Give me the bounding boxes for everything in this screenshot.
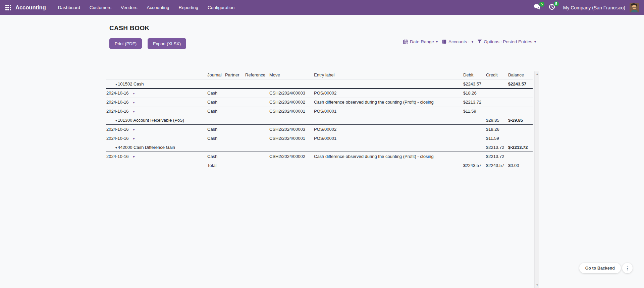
- app-name[interactable]: Accounting: [15, 4, 46, 11]
- nav-item-configuration[interactable]: Configuration: [203, 1, 239, 14]
- entry-partner: [223, 125, 243, 134]
- kebab-menu-button[interactable]: ⋮: [622, 263, 633, 273]
- options-value: Posted Entries: [503, 39, 532, 44]
- avatar-image: [630, 3, 639, 12]
- company-switcher[interactable]: My Company (San Francisco): [563, 5, 625, 10]
- top-navbar: Accounting Dashboard Customers Vendors A…: [0, 0, 644, 15]
- entry-partner: [223, 107, 243, 116]
- collapse-caret-icon[interactable]: ▾: [115, 146, 117, 150]
- entry-label: POS/00002: [312, 125, 461, 134]
- group-debit: [461, 143, 484, 152]
- apps-grid-icon[interactable]: [5, 5, 11, 10]
- scroll-down-icon[interactable]: ▼: [535, 283, 540, 288]
- entry-label: POS/00002: [312, 89, 461, 98]
- group-account: ▾101300 Account Receivable (PoS): [106, 116, 461, 125]
- entry-date-dropdown[interactable]: 2024-10-16▾: [106, 98, 205, 107]
- activities-button[interactable]: 5: [549, 4, 555, 11]
- entry-balance: [506, 152, 533, 161]
- export-xlsx-button[interactable]: Export (XLSX): [148, 38, 186, 49]
- cashbook-table: Journal Partner Reference Move Entry lab…: [106, 70, 533, 170]
- date-caret-icon: ▾: [133, 155, 135, 159]
- entry-date-dropdown[interactable]: 2024-10-16▾: [106, 125, 205, 134]
- detail-row: 2024-10-16▾CashCSH2/2024/00001POS/00001$…: [106, 107, 533, 116]
- col-debit: Debit: [461, 70, 484, 79]
- accounts-caret-icon: ▾: [472, 40, 473, 44]
- entry-reference: [243, 125, 267, 134]
- nav-item-dashboard[interactable]: Dashboard: [53, 1, 85, 14]
- entry-date-dropdown[interactable]: 2024-10-16▾: [106, 89, 205, 98]
- entry-label: Cash difference observed during the coun…: [312, 98, 461, 107]
- entry-date-dropdown[interactable]: 2024-10-16▾: [106, 152, 205, 161]
- entry-partner: [223, 98, 243, 107]
- total-balance: $0.00: [506, 161, 533, 170]
- group-credit: [484, 79, 506, 89]
- entry-date-dropdown[interactable]: 2024-10-16▾: [106, 107, 205, 116]
- entry-credit: [484, 107, 506, 116]
- entry-date: 2024-10-16: [106, 127, 129, 132]
- options-label: Options :: [484, 39, 502, 44]
- print-pdf-button[interactable]: Print (PDF): [109, 38, 142, 49]
- messages-count-badge: 5: [539, 2, 544, 7]
- entry-date-dropdown[interactable]: 2024-10-16▾: [106, 134, 205, 143]
- col-credit: Credit: [484, 70, 506, 79]
- vertical-scrollbar[interactable]: ▲ ▼: [534, 71, 539, 288]
- group-balance: $-2213.72: [506, 143, 533, 152]
- entry-date: 2024-10-16: [106, 100, 129, 105]
- total-credit: $2243.57: [484, 161, 506, 170]
- detail-row: 2024-10-16▾CashCSH2/2024/00002Cash diffe…: [106, 98, 533, 107]
- col-date: [106, 70, 205, 79]
- nav-left: Accounting Dashboard Customers Vendors A…: [0, 1, 239, 14]
- entry-debit: [461, 134, 484, 143]
- options-filter[interactable]: Options : Posted Entries ▾: [477, 39, 536, 44]
- entry-label: POS/00001: [312, 134, 461, 143]
- kebab-dots-icon: ⋮: [625, 266, 630, 271]
- user-avatar[interactable]: [630, 3, 639, 12]
- entry-balance: [506, 125, 533, 134]
- filter-bar: Date Range ▾ Accounts : ▾ Options : Post…: [399, 38, 536, 46]
- action-buttons: Print (PDF) Export (XLSX): [109, 38, 186, 49]
- group-balance: $2243.57: [506, 79, 533, 89]
- nav-item-vendors[interactable]: Vendors: [116, 1, 142, 14]
- entry-journal: Cash: [205, 125, 223, 134]
- nav-item-accounting[interactable]: Accounting: [142, 1, 174, 14]
- entry-label: Cash difference observed during the coun…: [312, 152, 461, 161]
- group-row: ▾101502 Cash$2243.57$2243.57: [106, 79, 533, 89]
- accounts-filter[interactable]: Accounts : ▾: [442, 39, 473, 44]
- cashbook-report: Journal Partner Reference Move Entry lab…: [106, 70, 533, 170]
- group-account: ▾101502 Cash: [106, 79, 461, 89]
- entry-move: CSH2/2024/00002: [267, 98, 312, 107]
- entry-move: CSH2/2024/00001: [267, 134, 312, 143]
- collapse-caret-icon[interactable]: ▾: [115, 82, 117, 86]
- entry-journal: Cash: [205, 134, 223, 143]
- table-header-row: Journal Partner Reference Move Entry lab…: [106, 70, 533, 79]
- date-range-caret-icon: ▾: [436, 40, 438, 44]
- collapse-caret-icon[interactable]: ▾: [115, 119, 117, 122]
- group-row: ▾101300 Account Receivable (PoS)$29.85$-…: [106, 116, 533, 125]
- group-debit: [461, 116, 484, 125]
- scroll-up-icon[interactable]: ▲: [535, 72, 540, 76]
- total-row: Total$2243.57$2243.57$0.00: [106, 161, 533, 170]
- entry-reference: [243, 152, 267, 161]
- messages-button[interactable]: 5: [534, 4, 541, 11]
- accounts-label: Accounts :: [448, 39, 470, 44]
- group-row: ▾442000 Cash Difference Gain$2213.72$-22…: [106, 143, 533, 152]
- entry-date: 2024-10-16: [106, 109, 129, 114]
- date-caret-icon: ▾: [133, 137, 135, 140]
- entry-reference: [243, 98, 267, 107]
- col-reference: Reference: [243, 70, 267, 79]
- total-debit: $2243.57: [461, 161, 484, 170]
- entry-debit: $2213.72: [461, 98, 484, 107]
- nav-item-reporting[interactable]: Reporting: [174, 1, 203, 14]
- go-to-backend-button[interactable]: Go to Backend: [579, 263, 621, 273]
- date-caret-icon: ▾: [133, 92, 135, 95]
- date-range-filter[interactable]: Date Range ▾: [403, 39, 438, 44]
- entry-credit: $18.26: [484, 125, 506, 134]
- entry-partner: [223, 152, 243, 161]
- detail-row: 2024-10-16▾CashCSH2/2024/00003POS/00002$…: [106, 125, 533, 134]
- date-caret-icon: ▾: [133, 101, 135, 104]
- nav-item-customers[interactable]: Customers: [85, 1, 116, 14]
- funnel-filter-icon: [477, 39, 482, 44]
- col-partner: Partner: [223, 70, 243, 79]
- entry-reference: [243, 89, 267, 98]
- entry-move: CSH2/2024/00003: [267, 125, 312, 134]
